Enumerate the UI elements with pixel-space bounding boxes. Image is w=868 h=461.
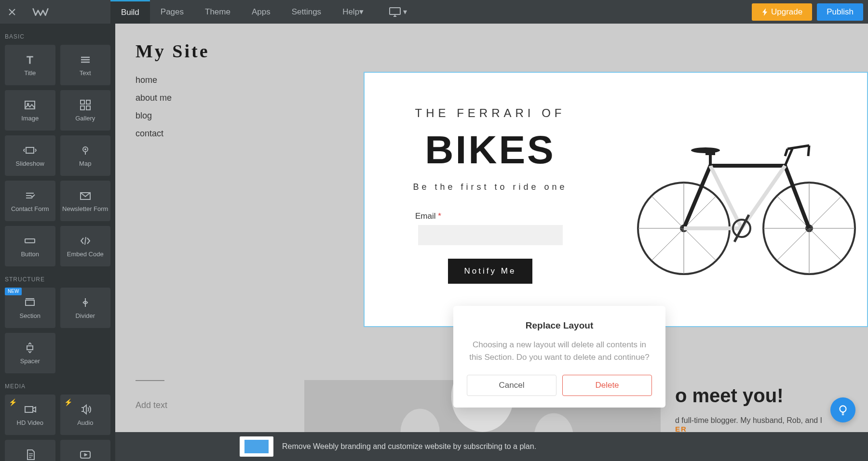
hero-image[interactable] [616,73,867,326]
tile-label: Section [20,312,41,320]
sidebar-section-title: STRUCTURE [0,266,115,288]
hero-title[interactable]: BIKES [425,127,556,172]
nav-pages[interactable]: Pages [150,0,194,24]
cancel-button[interactable]: Cancel [467,375,556,396]
sidebar-tile-spacer[interactable]: Spacer [5,333,55,373]
modal-body: Choosing a new layout will delete all co… [467,339,652,363]
sidebar-tile-audio[interactable]: ⚡Audio [60,395,111,435]
logo-icon [32,6,49,18]
footer-banner: Remove Weebly branding and customize web… [115,432,868,461]
sidebar-tile-newsletter[interactable]: Newsletter Form [60,181,111,221]
gallery-icon [79,98,92,112]
tile-label: Spacer [20,357,40,365]
tile-label: Button [21,250,39,258]
footer-thumb[interactable] [240,436,273,457]
upgrade-button[interactable]: Upgrade [752,3,812,21]
tile-label: Text [80,69,91,77]
tile-label: Gallery [75,115,95,122]
newsletter-icon [79,189,92,202]
svg-rect-13 [26,300,34,305]
add-text-placeholder[interactable]: Add text [136,400,290,410]
close-button[interactable] [0,0,24,24]
sidebar-tile-button[interactable]: Button [5,226,55,266]
svg-point-44 [840,406,846,412]
site-title[interactable]: My Site [115,24,868,71]
tile-label: Image [21,115,39,122]
divider-icon [79,296,92,309]
svg-rect-12 [25,239,35,243]
youtube-icon [79,448,92,461]
new-badge: NEW [5,288,22,295]
audio-icon [79,403,92,416]
hero-tagline[interactable]: Be the first to ride one [413,182,567,192]
tile-label: Audio [77,419,93,427]
sidebar-tile-slideshow[interactable]: Slideshow [5,135,55,176]
nav-apps[interactable]: Apps [241,0,281,24]
bolt-icon [761,8,768,16]
divider [136,380,164,381]
svg-rect-8 [26,147,34,153]
topbar-nav: Build Pages Theme Apps Settings Help ▾ [110,0,374,24]
contact-icon [23,189,37,202]
tile-label: Divider [76,312,95,320]
svg-rect-15 [25,407,33,412]
bolt-icon: ⚡ [64,398,72,407]
nav-build[interactable]: Build [110,0,150,24]
required-mark: * [438,211,441,221]
svg-line-35 [777,228,809,261]
slideshow-icon [23,144,37,157]
svg-line-31 [809,196,841,228]
code-icon [79,234,92,248]
sidebar-tile-map[interactable]: Map [60,135,111,176]
device-preview-button[interactable]: ▾ [389,7,407,17]
hero-subtitle[interactable]: THE FERRARI OF [415,106,565,120]
sidebar: BASICTTitleTextImageGallerySlideshowMapC… [0,24,115,461]
section-icon [23,296,37,309]
sidebar-tile-title[interactable]: TTitle [5,45,55,85]
tile-label: Newsletter Form [62,205,108,213]
close-icon [8,8,16,16]
sidebar-tile-code[interactable]: Embed Code [60,226,111,266]
modal-buttons: Cancel Delete [467,375,652,396]
hero-section[interactable]: THE FERRARI OF BIKES Be the first to rid… [364,72,868,327]
sidebar-tile-hdvideo[interactable]: ⚡HD Video [5,395,55,435]
chevron-down-icon: ▾ [403,7,407,16]
svg-rect-6 [81,106,84,110]
svg-point-39 [691,147,720,153]
image-icon [23,98,37,112]
svg-rect-0 [390,8,400,14]
sidebar-tile-divider[interactable]: Divider [60,288,111,328]
chevron-down-icon: ▾ [359,7,364,17]
sidebar-tile-section[interactable]: NEWSection [5,288,55,328]
publish-button[interactable]: Publish [817,3,863,21]
nav-settings[interactable]: Settings [281,0,332,24]
svg-rect-14 [27,346,33,350]
nav-help[interactable]: Help ▾ [332,0,374,24]
tile-label: HD Video [17,419,43,427]
sidebar-tile-contact[interactable]: Contact Form [5,181,55,221]
svg-line-27 [651,228,684,261]
email-input[interactable] [418,225,563,245]
sidebar-tile-gallery[interactable]: Gallery [60,90,111,131]
svg-text:T: T [27,54,33,66]
nav-theme[interactable]: Theme [194,0,241,24]
modal-title: Replace Layout [467,320,652,331]
topbar: Build Pages Theme Apps Settings Help ▾ ▾… [0,0,868,24]
sidebar-tile-scribd[interactable]: Scribd Document [5,440,55,461]
sidebar-tile-youtube[interactable]: YouTube [60,440,111,461]
bolt-icon: ⚡ [9,398,17,407]
weebly-logo[interactable] [24,6,57,18]
button-icon [23,234,37,248]
svg-rect-2 [25,101,35,109]
sidebar-tile-text[interactable]: Text [60,45,111,85]
notify-button[interactable]: Notify Me [448,259,533,284]
tile-label: Embed Code [67,250,104,258]
help-fab[interactable] [830,397,855,422]
svg-rect-5 [86,100,90,104]
delete-button[interactable]: Delete [562,375,652,396]
sidebar-tile-image[interactable]: Image [5,90,55,131]
scribd-icon [23,448,37,461]
svg-line-29 [651,196,684,228]
spacer-icon [23,341,37,355]
svg-rect-4 [81,100,84,104]
